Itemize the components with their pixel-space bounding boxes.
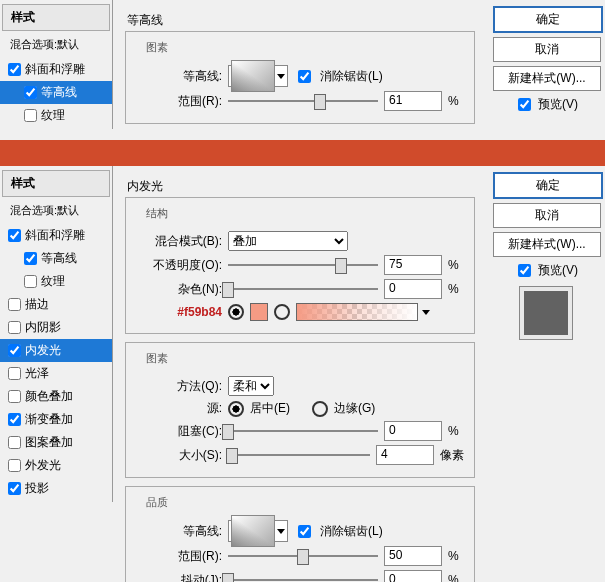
style-bevel[interactable]: 斜面和浮雕 — [0, 58, 112, 81]
texture-checkbox[interactable] — [24, 109, 37, 122]
range-input[interactable]: 50 — [384, 546, 442, 566]
contour-label: 等高线: — [136, 523, 222, 540]
range-slider[interactable] — [228, 547, 378, 565]
source-edge-radio[interactable] — [312, 401, 328, 417]
style-inner-shadow[interactable]: 内阴影 — [0, 316, 112, 339]
top-style-list: 样式 混合选项:默认 斜面和浮雕 等高线 纹理 — [0, 0, 113, 129]
contour-picker[interactable] — [228, 520, 288, 542]
jitter-slider[interactable] — [228, 571, 378, 582]
blend-mode-select[interactable]: 叠加 — [228, 231, 348, 251]
hex-annotation: #f59b84 — [136, 305, 222, 319]
opacity-input[interactable]: 75 — [384, 255, 442, 275]
antialias-checkbox[interactable] — [298, 525, 311, 538]
bevel-checkbox[interactable] — [8, 63, 21, 76]
style-texture[interactable]: 纹理 — [0, 104, 112, 127]
size-input[interactable]: 4 — [376, 445, 434, 465]
source-center-radio[interactable] — [228, 401, 244, 417]
source-label: 源: — [136, 400, 222, 417]
ok-button[interactable]: 确定 — [493, 6, 603, 33]
antialias-label: 消除锯齿(L) — [320, 68, 383, 85]
style-outer-glow[interactable]: 外发光 — [0, 454, 112, 477]
preview-toggle[interactable]: 预览(V) — [493, 261, 599, 280]
style-stroke[interactable]: 描边 — [0, 293, 112, 316]
preview-label: 预览(V) — [538, 262, 578, 279]
size-slider[interactable] — [228, 446, 370, 464]
style-color-overlay[interactable]: 颜色叠加 — [0, 385, 112, 408]
noise-input[interactable]: 0 — [384, 279, 442, 299]
quality-legend: 品质 — [142, 495, 172, 510]
chevron-down-icon — [277, 74, 285, 79]
pct-label: % — [448, 549, 462, 563]
satin-checkbox[interactable] — [8, 367, 21, 380]
cancel-button[interactable]: 取消 — [493, 37, 601, 62]
choke-slider[interactable] — [228, 422, 378, 440]
range-label: 范围(R): — [136, 93, 222, 110]
quality-fieldset: 品质 等高线: 消除锯齿(L) 范围(R): 50 % 抖动(J): 0 % — [125, 486, 475, 582]
preview-checkbox[interactable] — [518, 98, 531, 111]
elements-legend: 图素 — [142, 351, 172, 366]
ok-button[interactable]: 确定 — [493, 172, 603, 199]
new-style-button[interactable]: 新建样式(W)... — [493, 232, 601, 257]
style-satin[interactable]: 光泽 — [0, 362, 112, 385]
item-label: 图案叠加 — [25, 434, 73, 451]
technique-select[interactable]: 柔和 — [228, 376, 274, 396]
curve-preview-icon — [231, 515, 275, 547]
blend-options[interactable]: 混合选项:默认 — [2, 199, 110, 222]
preview-checkbox[interactable] — [518, 264, 531, 277]
antialias-checkbox[interactable] — [298, 70, 311, 83]
elements-fieldset: 图素 方法(Q): 柔和 源: 居中(E) 边缘(G) 阻塞(C): 0 % 大… — [125, 342, 475, 478]
gradient-picker[interactable] — [296, 303, 430, 321]
opacity-slider[interactable] — [228, 256, 378, 274]
item-label: 渐变叠加 — [25, 411, 73, 428]
contour-checkbox[interactable] — [24, 252, 37, 265]
inner-glow-checkbox[interactable] — [8, 344, 21, 357]
style-header: 样式 — [2, 4, 110, 31]
style-drop-shadow[interactable]: 投影 — [0, 477, 112, 500]
style-contour[interactable]: 等高线 — [0, 247, 112, 270]
contour-picker[interactable] — [228, 65, 288, 87]
drop-shadow-checkbox[interactable] — [8, 482, 21, 495]
top-buttons: 确定 取消 新建样式(W)... 预览(V) — [487, 0, 605, 124]
jitter-input[interactable]: 0 — [384, 570, 442, 582]
technique-label: 方法(Q): — [136, 378, 222, 395]
range-slider[interactable] — [228, 92, 378, 110]
bevel-checkbox[interactable] — [8, 229, 21, 242]
stroke-checkbox[interactable] — [8, 298, 21, 311]
pct-label: % — [448, 282, 462, 296]
style-texture[interactable]: 纹理 — [0, 270, 112, 293]
contour-checkbox[interactable] — [24, 86, 37, 99]
size-unit: 像素 — [440, 447, 464, 464]
style-bevel[interactable]: 斜面和浮雕 — [0, 224, 112, 247]
pattern-overlay-checkbox[interactable] — [8, 436, 21, 449]
style-contour[interactable]: 等高线 — [0, 81, 112, 104]
item-label: 描边 — [25, 296, 49, 313]
choke-input[interactable]: 0 — [384, 421, 442, 441]
new-style-button[interactable]: 新建样式(W)... — [493, 66, 601, 91]
cancel-button[interactable]: 取消 — [493, 203, 601, 228]
item-label: 投影 — [25, 480, 49, 497]
pct-label: % — [448, 573, 462, 582]
color-swatch[interactable] — [250, 303, 268, 321]
preview-toggle[interactable]: 预览(V) — [493, 95, 599, 114]
style-gradient-overlay[interactable]: 渐变叠加 — [0, 408, 112, 431]
style-inner-glow[interactable]: 内发光 — [0, 339, 112, 362]
blend-options[interactable]: 混合选项:默认 — [2, 33, 110, 56]
range-input[interactable]: 61 — [384, 91, 442, 111]
color-overlay-checkbox[interactable] — [8, 390, 21, 403]
texture-checkbox[interactable] — [24, 275, 37, 288]
bottom-style-list: 样式 混合选项:默认 斜面和浮雕 等高线 纹理 描边 内阴影 内发光 光泽 颜色… — [0, 166, 113, 502]
item-label: 等高线 — [41, 250, 77, 267]
outer-glow-checkbox[interactable] — [8, 459, 21, 472]
noise-slider[interactable] — [228, 280, 378, 298]
noise-label: 杂色(N): — [136, 281, 222, 298]
chevron-down-icon — [277, 529, 285, 534]
gradient-radio[interactable] — [274, 304, 290, 320]
bottom-panel: 样式 混合选项:默认 斜面和浮雕 等高线 纹理 描边 内阴影 内发光 光泽 颜色… — [0, 166, 605, 582]
style-pattern-overlay[interactable]: 图案叠加 — [0, 431, 112, 454]
chevron-down-icon — [422, 310, 430, 315]
inner-shadow-checkbox[interactable] — [8, 321, 21, 334]
color-radio[interactable] — [228, 304, 244, 320]
gradient-overlay-checkbox[interactable] — [8, 413, 21, 426]
blend-mode-label: 混合模式(B): — [136, 233, 222, 250]
contour-label: 等高线 — [41, 84, 77, 101]
